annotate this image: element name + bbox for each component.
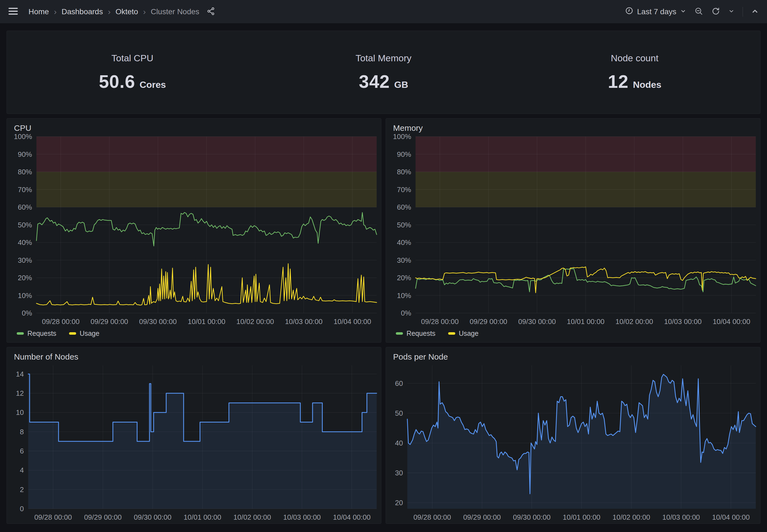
- svg-text:10/02 00:00: 10/02 00:00: [237, 317, 274, 326]
- svg-text:30%: 30%: [397, 256, 411, 264]
- svg-text:80%: 80%: [397, 168, 411, 176]
- svg-text:09/29 00:00: 09/29 00:00: [463, 513, 501, 521]
- toolbar-divider: [743, 7, 743, 17]
- breadcrumb-separator: ›: [54, 7, 57, 16]
- stat-total-cpu: Total CPU 50.6 Cores: [7, 53, 258, 92]
- zoom-out-time-button[interactable]: [694, 7, 703, 16]
- collapse-toolbar-button[interactable]: [751, 7, 759, 16]
- svg-text:12: 12: [16, 389, 24, 397]
- menu-toggle-button[interactable]: [8, 7, 18, 16]
- svg-text:50: 50: [395, 409, 403, 417]
- panel-title-cpu[interactable]: CPU: [7, 118, 381, 134]
- memory-legend: Requests Usage: [386, 328, 760, 342]
- svg-text:20: 20: [395, 499, 403, 507]
- stat-unit: GB: [394, 79, 408, 90]
- legend-swatch: [448, 332, 455, 335]
- refresh-dashboard-button[interactable]: [711, 7, 720, 16]
- svg-text:10/01 00:00: 10/01 00:00: [562, 513, 600, 521]
- svg-text:10/04 00:00: 10/04 00:00: [334, 317, 371, 326]
- svg-text:10/04 00:00: 10/04 00:00: [713, 317, 750, 326]
- time-range-label: Last 7 days: [637, 7, 676, 16]
- legend-item-usage[interactable]: Usage: [448, 329, 478, 337]
- cpu-legend: Requests Usage: [7, 328, 381, 342]
- svg-text:09/29 00:00: 09/29 00:00: [84, 513, 122, 521]
- clock-icon: [625, 7, 633, 17]
- svg-text:10/03 00:00: 10/03 00:00: [664, 317, 702, 326]
- chevron-down-icon: [728, 8, 734, 15]
- stat-unit: Nodes: [633, 79, 661, 90]
- svg-text:6: 6: [20, 447, 24, 455]
- svg-text:8: 8: [20, 428, 24, 436]
- stat-title: Node count: [509, 53, 760, 63]
- panel-title-memory[interactable]: Memory: [386, 118, 760, 134]
- svg-text:09/30 00:00: 09/30 00:00: [518, 317, 556, 326]
- breadcrumb: Home › Dashboards › Okteto › Cluster Nod…: [28, 7, 200, 16]
- svg-text:09/29 00:00: 09/29 00:00: [469, 317, 507, 326]
- svg-text:10/02 00:00: 10/02 00:00: [234, 513, 271, 521]
- stat-unit: Cores: [139, 79, 166, 90]
- legend-item-requests[interactable]: Requests: [396, 329, 436, 337]
- svg-text:0%: 0%: [22, 309, 32, 317]
- caret-up-icon: [751, 7, 759, 16]
- share-dashboard-button[interactable]: [207, 7, 215, 16]
- breadcrumb-okteto[interactable]: Okteto: [115, 7, 138, 16]
- svg-text:14: 14: [16, 370, 24, 378]
- svg-text:30%: 30%: [18, 256, 32, 264]
- cluster-stats-panel: Total CPU 50.6 Cores Total Memory 342 GB…: [7, 31, 760, 114]
- legend-label: Requests: [406, 329, 436, 337]
- legend-label: Requests: [27, 329, 56, 337]
- breadcrumb-separator: ›: [143, 7, 146, 16]
- number-of-nodes-chart[interactable]: 0246810121409/28 00:0009/29 00:0009/30 0…: [7, 363, 381, 524]
- svg-text:09/30 00:00: 09/30 00:00: [139, 317, 177, 326]
- svg-text:10/04 00:00: 10/04 00:00: [712, 513, 749, 521]
- svg-text:50%: 50%: [397, 221, 411, 229]
- pods-per-node-panel: Pods per Node 203040506009/28 00:0009/29…: [386, 347, 760, 524]
- top-nav: Home › Dashboards › Okteto › Cluster Nod…: [0, 0, 767, 24]
- cpu-chart[interactable]: 0%10%20%30%40%50%60%70%80%90%100%09/28 0…: [7, 134, 381, 328]
- svg-text:10/01 00:00: 10/01 00:00: [567, 317, 604, 326]
- memory-chart[interactable]: 0%10%20%30%40%50%60%70%80%90%100%09/28 0…: [386, 134, 760, 328]
- svg-text:10/03 00:00: 10/03 00:00: [285, 317, 322, 326]
- svg-text:09/30 00:00: 09/30 00:00: [134, 513, 171, 521]
- svg-text:30: 30: [395, 469, 403, 477]
- refresh-icon: [711, 7, 720, 16]
- svg-text:60%: 60%: [18, 203, 32, 211]
- stat-value: 50.6: [99, 71, 135, 92]
- svg-text:100%: 100%: [14, 134, 32, 141]
- legend-item-requests[interactable]: Requests: [17, 329, 56, 337]
- svg-text:10: 10: [16, 408, 24, 417]
- svg-text:10/03 00:00: 10/03 00:00: [283, 513, 321, 521]
- svg-text:10/04 00:00: 10/04 00:00: [333, 513, 370, 521]
- svg-text:60%: 60%: [397, 203, 411, 211]
- svg-text:20%: 20%: [18, 274, 32, 282]
- legend-swatch: [17, 332, 24, 335]
- stat-value: 342: [359, 71, 390, 92]
- svg-text:10%: 10%: [18, 291, 32, 300]
- svg-text:4: 4: [20, 466, 24, 474]
- time-range-picker[interactable]: Last 7 days: [625, 7, 686, 17]
- stat-title: Total CPU: [7, 53, 258, 63]
- panel-title-pods-per-node[interactable]: Pods per Node: [386, 347, 760, 363]
- breadcrumb-dashboards[interactable]: Dashboards: [62, 7, 103, 16]
- svg-text:09/29 00:00: 09/29 00:00: [90, 317, 128, 326]
- stat-value: 12: [608, 71, 629, 92]
- pods-per-node-chart[interactable]: 203040506009/28 00:0009/29 00:0009/30 00…: [386, 363, 760, 524]
- svg-text:20%: 20%: [397, 274, 411, 282]
- svg-text:50%: 50%: [18, 221, 32, 229]
- zoom-out-icon: [694, 7, 703, 16]
- svg-text:09/28 00:00: 09/28 00:00: [413, 513, 451, 521]
- chevron-down-icon: [680, 7, 686, 16]
- legend-item-usage[interactable]: Usage: [69, 329, 99, 337]
- svg-text:0%: 0%: [401, 309, 411, 317]
- breadcrumb-home[interactable]: Home: [28, 7, 49, 16]
- breadcrumb-separator: ›: [108, 7, 111, 16]
- svg-text:2: 2: [20, 485, 24, 494]
- svg-text:09/28 00:00: 09/28 00:00: [34, 513, 72, 521]
- svg-text:100%: 100%: [393, 134, 411, 141]
- svg-text:10/02 00:00: 10/02 00:00: [613, 513, 650, 521]
- refresh-interval-dropdown[interactable]: [728, 8, 734, 15]
- svg-text:40%: 40%: [397, 238, 411, 247]
- legend-swatch: [396, 332, 403, 335]
- stat-total-memory: Total Memory 342 GB: [258, 53, 509, 92]
- panel-title-number-of-nodes[interactable]: Number of Nodes: [7, 347, 381, 363]
